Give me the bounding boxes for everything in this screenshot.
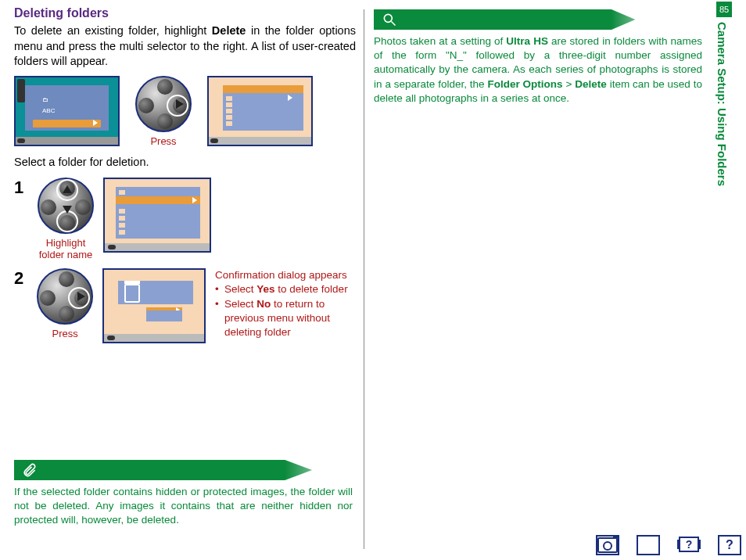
right-column: Photos taken at a setting of Ultra HS ar… [364, 0, 732, 560]
note-block: If the selected folder contains hidden o… [14, 460, 353, 528]
step-1-number: 1 [14, 178, 28, 198]
section-heading: Deleting folders [14, 6, 356, 20]
nav-help-icon[interactable]: ? [718, 535, 741, 555]
trash-icon [124, 284, 140, 303]
tip-text: Photos taken at a setting of Ultra HS ar… [374, 34, 702, 106]
paperclip-icon [22, 462, 38, 481]
nav-slideshow-icon[interactable]: ? [677, 535, 701, 555]
section-tab-label: Camera Setup: Using Folders [716, 17, 728, 186]
illustration-row-1: 🗀 ABC Press [14, 76, 356, 147]
note-bar [14, 460, 353, 480]
step-2-caption: Press [37, 328, 93, 339]
step-2-row: 2 Press Confirmation dialog appears Sele… [14, 268, 356, 343]
page-number: 85 [716, 2, 732, 17]
dpad-press-right-1: Press [135, 76, 192, 147]
svg-point-0 [384, 14, 392, 22]
camera-screen-menu: 🗀 ABC [14, 76, 120, 146]
select-caption: Select a folder for deletion. [14, 155, 356, 171]
left-column: Deleting folders To delete an existing f… [0, 0, 364, 560]
tip-bar [374, 9, 671, 30]
confirm-text: Confirmation dialog appears Select Yes t… [215, 268, 356, 339]
side-tab: 85 Camera Setup: Using Folders [716, 2, 732, 186]
step-1-row: 1 Highlightfolder name [14, 178, 356, 260]
camera-screen-folders [207, 76, 313, 146]
press-caption-1: Press [135, 135, 192, 147]
nav-camera-icon[interactable] [596, 535, 619, 555]
svg-text:?: ? [686, 538, 693, 551]
svg-line-1 [392, 22, 396, 26]
step-1-caption: Highlightfolder name [38, 237, 94, 260]
camera-screen-folders-select [103, 178, 211, 253]
dpad-press-right-2 [37, 268, 93, 325]
bottom-nav: ? ? [596, 535, 741, 555]
intro-paragraph: To delete an existing folder, highlight … [14, 23, 356, 70]
dpad-highlight [38, 178, 94, 234]
svg-rect-3 [677, 540, 680, 549]
svg-rect-4 [698, 540, 701, 549]
step-2-number: 2 [14, 268, 27, 289]
magnifier-icon [382, 12, 397, 31]
note-text: If the selected folder contains hidden o… [14, 485, 353, 528]
camera-screen-confirm [102, 268, 206, 343]
nav-toc-icon[interactable] [637, 535, 660, 555]
